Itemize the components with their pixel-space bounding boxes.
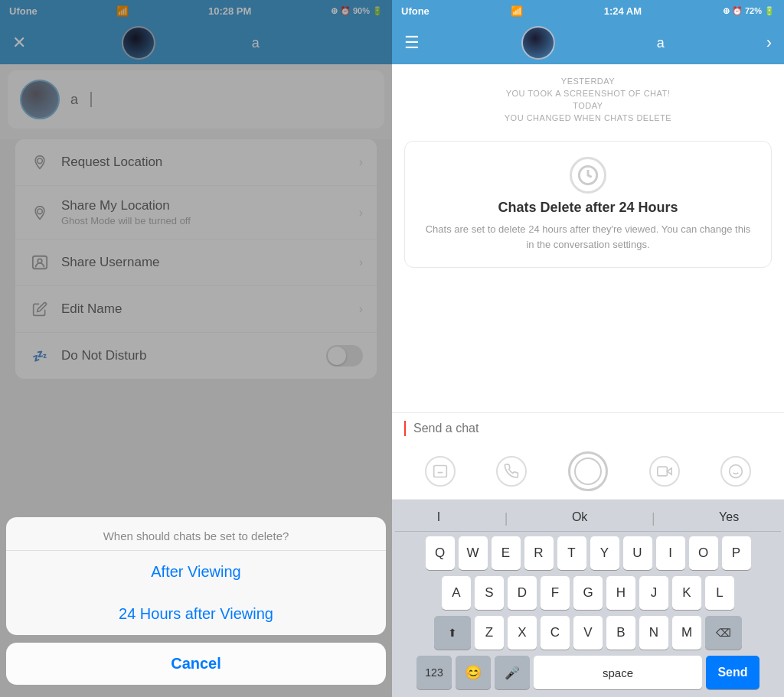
system-msg-yesterday: YESTERDAY [561, 77, 615, 86]
delete-key[interactable]: ⌫ [705, 616, 742, 650]
nav-bar-right: ☰ a › [392, 21, 784, 64]
location-icon-right: ⊕ [723, 6, 730, 16]
clock-icon [570, 157, 606, 194]
space-key[interactable]: space [534, 656, 702, 689]
key-w[interactable]: W [459, 536, 488, 570]
nav-chevron-icon[interactable]: › [766, 33, 772, 53]
key-j[interactable]: J [639, 576, 668, 610]
key-p[interactable]: P [722, 536, 751, 570]
delete-card-description: Chats are set to delete 24 hours after t… [420, 222, 756, 252]
wifi-icon-right: 📶 [511, 5, 523, 17]
cursor [404, 421, 406, 436]
action-sheet-24hours[interactable]: 24 Hours after Viewing [6, 593, 386, 635]
key-r[interactable]: R [524, 536, 554, 570]
right-panel: Ufone 📶 1:24 AM ⊕ ⏰ 72% 🔋 ☰ a › YESTERDA… [392, 0, 784, 697]
nav-username-right: a [657, 35, 665, 51]
emoji-icon-media[interactable] [720, 456, 751, 487]
time-right: 1:24 AM [604, 5, 642, 17]
system-msg-today: TODAY [573, 101, 603, 110]
key-q[interactable]: Q [426, 536, 455, 570]
media-icons-row [392, 444, 784, 500]
key-k[interactable]: K [672, 576, 701, 610]
suggestion-yes[interactable]: Yes [711, 510, 746, 526]
system-msg-screenshot: YOU TOOK A SCREENSHOT OF CHAT! [506, 89, 671, 98]
keyboard-suggestions: I | Ok | Yes [395, 506, 781, 532]
key-m[interactable]: M [672, 616, 701, 650]
key-f[interactable]: F [541, 576, 570, 610]
key-b[interactable]: B [606, 616, 635, 650]
key-e[interactable]: E [492, 536, 521, 570]
svg-rect-7 [657, 467, 667, 476]
keyboard-row-1: Q W E R T Y U I O P [395, 536, 781, 570]
key-i[interactable]: I [656, 536, 685, 570]
key-d[interactable]: D [508, 576, 537, 610]
keyboard: I | Ok | Yes Q W E R T Y U I O P A S D F… [392, 500, 784, 697]
system-messages: YESTERDAY YOU TOOK A SCREENSHOT OF CHAT!… [392, 64, 784, 135]
mic-key[interactable]: 🎤 [495, 656, 530, 689]
battery-right: 72% [745, 6, 762, 15]
action-sheet-cancel[interactable]: Cancel [6, 643, 386, 685]
chat-input[interactable] [413, 422, 772, 435]
delete-card: Chats Delete after 24 Hours Chats are se… [404, 141, 772, 268]
action-sheet-after-viewing[interactable]: After Viewing [6, 551, 386, 593]
keyboard-row-4: 123 😊 🎤 space Send [395, 656, 781, 689]
left-panel: Ufone 📶 10:28 PM ⊕ ⏰ 90% 🔋 ✕ a a [0, 0, 392, 697]
key-h[interactable]: H [606, 576, 635, 610]
chat-area: YESTERDAY YOU TOOK A SCREENSHOT OF CHAT!… [392, 64, 784, 412]
svg-point-8 [730, 465, 743, 478]
carrier-right: Ufone [401, 5, 430, 17]
key-g[interactable]: G [573, 576, 603, 610]
battery-icon-right: 🔋 [764, 6, 775, 16]
key-z[interactable]: Z [475, 616, 504, 650]
key-v[interactable]: V [573, 616, 603, 650]
nav-avatar-right [521, 26, 555, 60]
video-icon[interactable] [649, 456, 680, 487]
delete-card-title: Chats Delete after 24 Hours [498, 200, 678, 216]
key-a[interactable]: A [442, 576, 471, 610]
action-sheet-title: When should chats be set to delete? [6, 517, 386, 551]
suggestion-i[interactable]: I [430, 510, 448, 526]
key-o[interactable]: O [689, 536, 718, 570]
hamburger-icon[interactable]: ☰ [404, 33, 420, 53]
status-bar-right: Ufone 📶 1:24 AM ⊕ ⏰ 72% 🔋 [392, 0, 784, 21]
action-sheet-options: When should chats be set to delete? Afte… [6, 517, 386, 635]
camera-capture-icon[interactable] [568, 451, 608, 491]
num-key[interactable]: 123 [416, 656, 452, 689]
action-sheet-overlay: When should chats be set to delete? Afte… [0, 0, 392, 697]
keyboard-row-2: A S D F G H J K L [395, 576, 781, 610]
svg-rect-5 [433, 466, 446, 477]
status-icons-right: ⊕ ⏰ 72% 🔋 [723, 6, 775, 16]
key-x[interactable]: X [508, 616, 537, 650]
chat-input-area [392, 412, 784, 444]
alarm-icon-right: ⏰ [732, 6, 743, 16]
key-u[interactable]: U [623, 536, 652, 570]
keyboard-row-3: ⬆ Z X C V B N M ⌫ [395, 616, 781, 650]
action-sheet: When should chats be set to delete? Afte… [0, 511, 392, 697]
key-n[interactable]: N [639, 616, 668, 650]
send-key[interactable]: Send [706, 656, 760, 689]
emoji-key[interactable]: 😊 [456, 656, 491, 689]
key-t[interactable]: T [557, 536, 586, 570]
key-s[interactable]: S [475, 576, 504, 610]
key-y[interactable]: Y [590, 536, 619, 570]
system-msg-changed: YOU CHANGED WHEN CHATS DELETE [505, 113, 671, 122]
sticker-icon[interactable] [425, 456, 456, 487]
shift-key[interactable]: ⬆ [434, 616, 471, 650]
svg-marker-6 [667, 468, 671, 474]
suggestion-ok[interactable]: Ok [564, 510, 595, 526]
key-l[interactable]: L [705, 576, 734, 610]
key-c[interactable]: C [541, 616, 570, 650]
phone-icon[interactable] [496, 456, 527, 487]
